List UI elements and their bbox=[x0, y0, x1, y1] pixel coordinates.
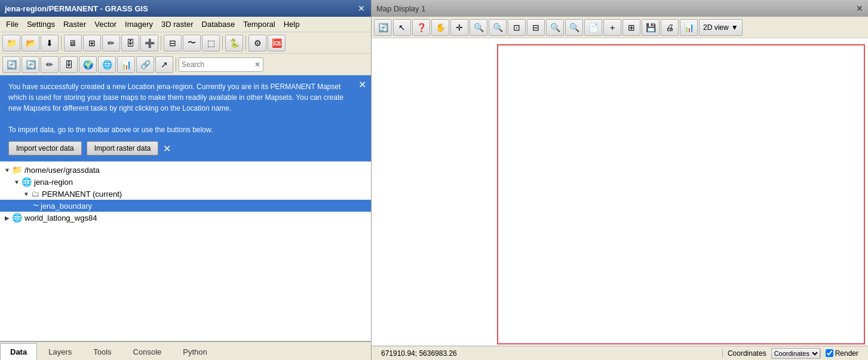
status-bar: 671910.94; 5636983.26 Coordinates Coordi… bbox=[372, 346, 868, 360]
map-tb-zoom-back[interactable]: 🔍 bbox=[546, 19, 564, 36]
tree-boundary-label: jena_boundary bbox=[41, 202, 92, 210]
sep3 bbox=[222, 36, 223, 50]
tab-layers[interactable]: Layers bbox=[38, 343, 82, 360]
toolbar-georect[interactable]: ⊞ bbox=[83, 35, 101, 51]
map-tb-map-info[interactable]: 📄 bbox=[584, 19, 602, 36]
toolbar-nodes[interactable]: 🔗 bbox=[136, 56, 154, 73]
tree-permanent-label: PERMANENT (current) bbox=[42, 190, 122, 199]
map-tb-move[interactable]: ✛ bbox=[450, 19, 468, 36]
tree-jena-region[interactable]: ▼ 🌐 jena-region bbox=[0, 176, 371, 188]
render-checkbox-area[interactable]: Render bbox=[820, 349, 863, 358]
render-checkbox[interactable] bbox=[826, 349, 833, 357]
mapset-icon: 🗂 bbox=[31, 189, 39, 199]
tab-tools[interactable]: Tools bbox=[83, 343, 121, 360]
menu-database[interactable]: Database bbox=[198, 19, 239, 30]
sep2 bbox=[161, 36, 161, 50]
status-label: Coordinates bbox=[722, 349, 771, 358]
map-tb-query[interactable]: ❓ bbox=[412, 19, 430, 36]
map-tb-layers[interactable]: + bbox=[603, 19, 621, 36]
toolbar-map-calc[interactable]: ⊟ bbox=[164, 35, 182, 51]
map-tb-overlay[interactable]: ⊞ bbox=[622, 19, 640, 36]
search-clear-icon[interactable]: ✕ bbox=[254, 60, 260, 69]
status-dropdown[interactable]: Coordinates bbox=[771, 348, 820, 359]
toolbar-open[interactable]: 📂 bbox=[22, 35, 39, 51]
import-raster-button[interactable]: Import raster data bbox=[87, 141, 159, 155]
tree-permanent[interactable]: ▼ 🗂 PERMANENT (current) bbox=[0, 188, 371, 200]
toolbar-globe[interactable]: 🌍 bbox=[79, 56, 97, 73]
toolbar-addons[interactable]: ➕ bbox=[140, 35, 158, 51]
tree-root-label: /home/user/grassdata bbox=[24, 166, 100, 175]
tree-root[interactable]: ▼ 📁 /home/user/grassdata bbox=[0, 164, 371, 176]
tree-world-toggle[interactable]: ▶ bbox=[2, 213, 12, 222]
import-vector-button[interactable]: Import vector data bbox=[8, 141, 82, 155]
menu-imagery[interactable]: Imagery bbox=[121, 19, 157, 30]
toolbar-refresh[interactable]: 🔄 bbox=[2, 56, 20, 73]
menu-settings[interactable]: Settings bbox=[23, 19, 59, 30]
toolbar-region[interactable]: ⬚ bbox=[202, 35, 220, 51]
toolbar-globe2[interactable]: 🌐 bbox=[98, 56, 116, 73]
map-tb-analyze[interactable]: 📊 bbox=[680, 19, 698, 36]
globe-icon-jena: 🌐 bbox=[22, 177, 32, 187]
map-tb-zoom-region[interactable]: ⊟ bbox=[527, 19, 545, 36]
menu-help[interactable]: Help bbox=[280, 19, 303, 30]
search-box[interactable]: ✕ bbox=[179, 57, 263, 72]
toolbar-1: 📁 📂 ⬇ 🖥 ⊞ ✏ 🗄 ➕ ⊟ 〜 ⬚ 🐍 ⚙ 🆘 bbox=[0, 32, 371, 54]
import-buttons: Import vector data Import raster data ✕ bbox=[8, 141, 363, 155]
toolbar-download[interactable]: ⬇ bbox=[41, 35, 59, 51]
sep1 bbox=[61, 36, 62, 50]
toolbar-db2[interactable]: 🗄 bbox=[60, 56, 78, 73]
tree-permanent-toggle[interactable]: ▼ bbox=[22, 189, 31, 199]
map-title-text: Map Display 1 bbox=[376, 4, 425, 13]
tree-world[interactable]: ▶ 🌐 world_latlong_wgs84 bbox=[0, 212, 371, 224]
tree-world-label: world_latlong_wgs84 bbox=[24, 213, 97, 222]
tree-jena-boundary[interactable]: 〜 jena_boundary bbox=[0, 200, 371, 212]
toolbar-display[interactable]: 🖥 bbox=[64, 35, 82, 51]
menu-raster[interactable]: Raster bbox=[60, 19, 90, 30]
tab-data[interactable]: Data bbox=[0, 343, 37, 360]
map-border-rect bbox=[497, 44, 865, 344]
render-label: Render bbox=[835, 349, 858, 358]
menu-temporal[interactable]: Temporal bbox=[240, 19, 278, 30]
sep4 bbox=[246, 36, 246, 50]
toolbar-python[interactable]: 🐍 bbox=[225, 35, 243, 51]
view-dropdown[interactable]: 2D view ▼ bbox=[699, 19, 743, 36]
map-toolbar: 🔄 ↖ ❓ ✋ ✛ 🔍 🔍 ⊡ ⊟ 🔍 🔍 📄 + ⊞ 💾 🖨 📊 2D vie… bbox=[372, 17, 868, 38]
map-tb-zoom-out[interactable]: 🔍 bbox=[489, 19, 507, 36]
toolbar-db[interactable]: 🗄 bbox=[121, 35, 139, 51]
tree-boundary-toggle[interactable]: 〜 bbox=[31, 201, 41, 210]
toolbar-chart[interactable]: 📊 bbox=[117, 56, 135, 73]
menu-file[interactable]: File bbox=[2, 19, 22, 30]
toolbar-settings[interactable]: ⚙ bbox=[249, 35, 266, 51]
search-input[interactable] bbox=[182, 60, 253, 69]
import-close-button[interactable]: ✕ bbox=[163, 141, 171, 155]
globe-icon-world: 🌐 bbox=[12, 213, 22, 222]
toolbar-export[interactable]: ↗ bbox=[155, 56, 173, 73]
info-close-button[interactable]: ✕ bbox=[358, 79, 366, 90]
tab-tools-label: Tools bbox=[93, 347, 111, 356]
tab-console[interactable]: Console bbox=[123, 343, 172, 360]
map-tb-print[interactable]: 🖨 bbox=[661, 19, 679, 36]
toolbar-add-layer[interactable]: 🔄 bbox=[22, 56, 39, 73]
tree-jena-toggle[interactable]: ▼ bbox=[12, 177, 22, 187]
menu-vector[interactable]: Vector bbox=[91, 19, 120, 30]
toolbar-digitize[interactable]: ✏ bbox=[102, 35, 120, 51]
info-text: You have successfully created a new Loca… bbox=[8, 81, 363, 135]
toolbar-vector-tools[interactable]: 〜 bbox=[183, 35, 201, 51]
map-tb-save[interactable]: 💾 bbox=[642, 19, 660, 36]
map-canvas[interactable] bbox=[372, 38, 868, 346]
left-close-button[interactable]: ✕ bbox=[357, 4, 366, 13]
map-tb-reload[interactable]: 🔄 bbox=[374, 19, 392, 36]
tree-root-toggle[interactable]: ▼ bbox=[2, 165, 12, 175]
tab-python[interactable]: Python bbox=[173, 343, 217, 360]
map-tb-zoom-in[interactable]: 🔍 bbox=[470, 19, 487, 36]
toolbar-new-mapset[interactable]: 📁 bbox=[2, 35, 20, 51]
map-tb-zoom-extent[interactable]: ⊡ bbox=[508, 19, 526, 36]
toolbar-help[interactable]: 🆘 bbox=[268, 35, 286, 51]
map-close-button[interactable]: ✕ bbox=[856, 4, 863, 13]
menu-3draster[interactable]: 3D raster bbox=[158, 19, 197, 30]
map-tb-pointer[interactable]: ↖ bbox=[393, 19, 411, 36]
tree-panel: ▼ 📁 /home/user/grassdata ▼ 🌐 jena-region… bbox=[0, 161, 371, 341]
map-tb-pan[interactable]: ✋ bbox=[431, 19, 449, 36]
map-tb-zoom-fwd[interactable]: 🔍 bbox=[565, 19, 583, 36]
toolbar-edit[interactable]: ✏ bbox=[41, 56, 59, 73]
